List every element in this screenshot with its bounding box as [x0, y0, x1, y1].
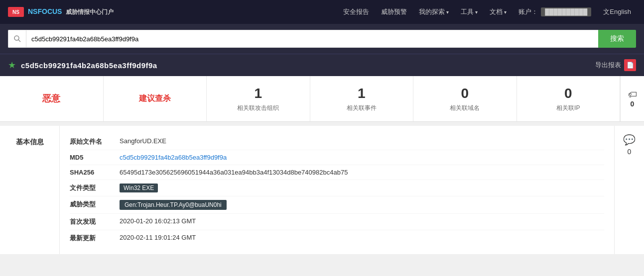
info-main: 原始文件名 SangforUD.EXE MD5 c5d5cb99291fa4b2… — [60, 126, 614, 254]
verdict-label: 恶意 — [42, 92, 60, 104]
label-filename: 原始文件名 — [70, 137, 120, 146]
stat-domain: 0 相关联域名 — [413, 76, 517, 121]
stats-row: 恶意 建议查杀 1 相关联攻击组织 1 相关联事件 0 相关联域名 0 相关联I… — [0, 76, 644, 122]
logo-icon: NS — [8, 7, 24, 17]
info-sidebar-label: 基本信息 — [0, 126, 60, 254]
tag-icon: 🏷 — [628, 90, 637, 100]
label-threattype: 威胁类型 — [70, 200, 120, 209]
account-value: ██████████ — [541, 7, 591, 16]
event-label: 相关联事件 — [347, 104, 377, 112]
search-icon — [13, 35, 21, 43]
value-filetype: Win32 EXE — [120, 184, 158, 192]
nav-my-explore[interactable]: 我的探索 — [414, 4, 454, 19]
stat-tag: 🏷 0 — [620, 76, 644, 121]
stat-event: 1 相关联事件 — [310, 76, 414, 121]
value-threattype: Gen:Trojan.Heur.TP.Ay0@buaUN0hi — [120, 200, 227, 210]
export-icon: 📄 — [624, 59, 636, 71]
value-md5[interactable]: c5d5cb99291fa4b2a68b5ea3ff9d9f9a — [120, 154, 227, 161]
ip-label: 相关联IP — [556, 104, 580, 112]
info-row-md5: MD5 c5d5cb99291fa4b2a68b5ea3ff9d9f9a — [70, 150, 604, 165]
comment-count: 0 — [628, 148, 632, 156]
stat-ip: 0 相关联IP — [517, 76, 621, 121]
stat-verdict: 恶意 — [0, 76, 104, 121]
attack-org-label: 相关联攻击组织 — [237, 104, 279, 112]
stat-attack-org: 1 相关联攻击组织 — [207, 76, 310, 121]
domain-label: 相关联域名 — [450, 104, 480, 112]
svg-line-1 — [18, 40, 20, 42]
value-filename: SangforUD.EXE — [120, 137, 166, 145]
value-sha256: 65495d173e305625696051944a36a031ea94bb3a… — [120, 169, 348, 176]
navbar: NS NSFOCUS 威胁情报中心门户 安全报告 威胁预警 我的探索 工具 文档… — [0, 0, 644, 24]
label-sha256: SHA256 — [70, 169, 120, 176]
info-row-threattype: 威胁类型 Gen:Trojan.Heur.TP.Ay0@buaUN0hi — [70, 196, 604, 214]
comment-icon[interactable]: 💬 — [623, 134, 636, 146]
label-md5: MD5 — [70, 154, 120, 161]
event-number: 1 — [358, 85, 366, 102]
svg-point-0 — [14, 36, 19, 40]
info-row-filename: 原始文件名 SangforUD.EXE — [70, 134, 604, 150]
info-row-firstseen: 首次发现 2020-01-20 16:02:13 GMT — [70, 214, 604, 230]
value-firstseen: 2020-01-20 16:02:13 GMT — [120, 217, 196, 225]
info-section: 基本信息 原始文件名 SangforUD.EXE MD5 c5d5cb99291… — [0, 126, 644, 254]
search-button[interactable]: 搜索 — [598, 30, 636, 48]
main-content: 恶意 建议查杀 1 相关联攻击组织 1 相关联事件 0 相关联域名 0 相关联I… — [0, 76, 644, 254]
info-row-sha256: SHA256 65495d173e305625696051944a36a031e… — [70, 165, 604, 180]
attack-org-number: 1 — [254, 85, 262, 102]
info-right-panel: 💬 0 — [614, 126, 644, 254]
nav-tools[interactable]: 工具 — [456, 4, 483, 19]
logo-text: NSFOCUS 威胁情报中心门户 — [28, 7, 114, 16]
stat-kill: 建议查杀 — [104, 76, 207, 121]
label-lastupdated: 最新更新 — [70, 234, 120, 243]
domain-number: 0 — [461, 85, 469, 102]
label-firstseen: 首次发现 — [70, 217, 120, 226]
label-filetype: 文件类型 — [70, 184, 120, 192]
tag-count: 0 — [631, 100, 635, 108]
search-input[interactable] — [26, 30, 598, 48]
logo: NS NSFOCUS 威胁情报中心门户 — [8, 7, 114, 17]
title-bar-left: ★ c5d5cb99291fa4b2a68b5ea3ff9d9f9a — [8, 60, 157, 71]
nav-threat-warning[interactable]: 威胁预警 — [376, 4, 412, 19]
info-row-lastupdated: 最新更新 2020-02-11 19:01:24 GMT — [70, 230, 604, 246]
title-hash: c5d5cb99291fa4b2a68b5ea3ff9d9f9a — [21, 61, 157, 70]
nav-security-report[interactable]: 安全报告 — [338, 4, 374, 19]
value-lastupdated: 2020-02-11 19:01:24 GMT — [120, 234, 196, 241]
kill-label: 建议查杀 — [139, 93, 171, 104]
search-icon-wrap — [8, 30, 26, 48]
nav-account: 账户： ██████████ — [514, 4, 596, 19]
export-button[interactable]: 导出报表 📄 — [595, 59, 636, 71]
nav-lang[interactable]: 文English — [598, 4, 636, 19]
ip-number: 0 — [564, 85, 572, 102]
nav-docs[interactable]: 文档 — [485, 4, 512, 19]
info-row-filetype: 文件类型 Win32 EXE — [70, 180, 604, 196]
search-bar: 搜索 — [0, 24, 644, 54]
title-star-icon[interactable]: ★ — [8, 60, 16, 71]
title-bar: ★ c5d5cb99291fa4b2a68b5ea3ff9d9f9a 导出报表 … — [0, 54, 644, 76]
nav-links: 安全报告 威胁预警 我的探索 工具 文档 账户： ██████████ 文Eng… — [338, 4, 636, 19]
